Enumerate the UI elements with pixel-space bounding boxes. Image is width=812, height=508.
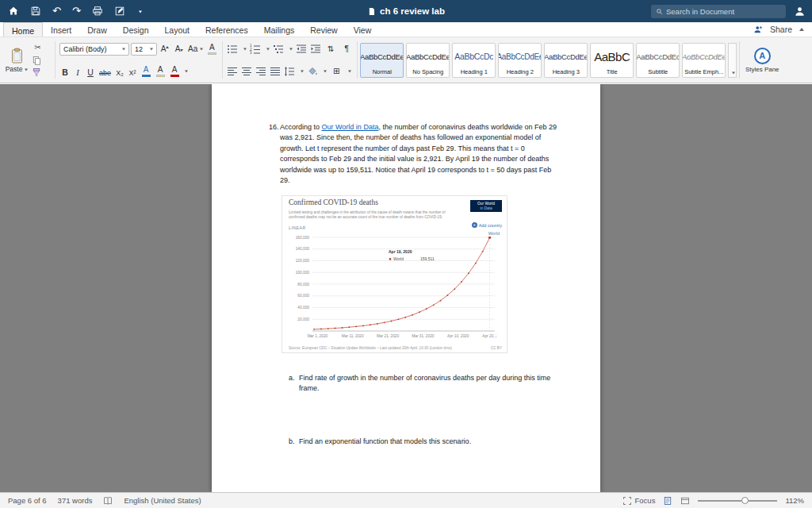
tab-view[interactable]: View [346, 22, 380, 37]
search-placeholder: Search in Document [666, 7, 734, 16]
ribbon-tab-bar: Home Insert Draw Design Layout Reference… [0, 22, 812, 37]
chart-plot: 20,00040,00060,00080,000100,000120,00014… [287, 234, 496, 345]
word-count[interactable]: 371 words [58, 496, 93, 505]
save-icon[interactable] [30, 6, 41, 17]
status-bar: Page 6 of 6 371 words English (United St… [0, 492, 812, 508]
underline-button[interactable]: U [85, 65, 96, 77]
strikethrough-button[interactable]: abe [98, 65, 113, 77]
problem-16-text: According to Our World in Data, the numb… [280, 122, 557, 186]
problem-16b-text: Find an exponential function that models… [299, 437, 555, 447]
sort-button[interactable]: ⇅ [324, 43, 337, 56]
paste-label: Paste [6, 65, 23, 73]
paste-button[interactable]: Paste [3, 40, 30, 80]
tab-design[interactable]: Design [115, 22, 157, 37]
tab-home[interactable]: Home [3, 22, 43, 37]
document-page[interactable]: 16. According to Our World in Data, the … [212, 84, 600, 492]
collapse-ribbon-icon[interactable] [799, 25, 804, 31]
tab-insert[interactable]: Insert [43, 22, 79, 37]
borders-button[interactable]: ⊞ [330, 65, 343, 78]
window-title-area: ch 6 review lab [367, 6, 445, 17]
add-country-button[interactable]: +Add country [472, 222, 502, 228]
bullet-list-button[interactable] [227, 44, 238, 55]
zoom-level[interactable]: 112% [785, 496, 804, 505]
undo-icon[interactable]: ↶ [52, 6, 61, 17]
decrease-indent-button[interactable] [296, 44, 307, 55]
document-area[interactable]: 16. According to Our World in Data, the … [0, 84, 812, 492]
increase-indent-button[interactable] [310, 44, 321, 55]
font-color-button[interactable]: A [168, 65, 181, 77]
svg-text:120,000: 120,000 [296, 259, 310, 263]
justify-button[interactable] [270, 66, 281, 77]
copy-button[interactable] [32, 56, 41, 65]
covid-chart-image[interactable]: Confirmed COVID-19 deaths Our Worldin Da… [282, 195, 508, 353]
cut-button[interactable]: ✂ [32, 43, 44, 53]
style-heading2[interactable]: AaBbCcDdEeHeading 2 [498, 43, 542, 78]
style-heading3[interactable]: AaBbCcDdEeHeading 3 [544, 43, 588, 78]
style-title[interactable]: AaBbCTitle [590, 43, 634, 78]
customize-toolbar-icon[interactable] [114, 6, 125, 17]
page-indicator[interactable]: Page 6 of 6 [8, 496, 47, 505]
font-color-dropdown-icon[interactable] [185, 71, 188, 75]
style-subtitle[interactable]: AaBbCcDdEcSubtitle [636, 43, 680, 78]
problem-16a: a. Find rate of growth in the number of … [289, 373, 555, 394]
highlight-color-button[interactable]: A [154, 65, 167, 77]
format-painter-button[interactable] [32, 67, 41, 77]
paragraph-group: ⇅ ¶ ⊞ [225, 40, 354, 80]
numbered-list-button[interactable] [250, 44, 261, 55]
title-bar: ↶ ↷ ch 6 review lab Search in Document [0, 0, 812, 22]
shrink-font-button[interactable]: A [173, 43, 186, 56]
svg-text:20,000: 20,000 [297, 318, 309, 321]
tab-layout[interactable]: Layout [156, 22, 197, 37]
align-center-button[interactable] [241, 66, 252, 77]
svg-text:Mar 11, 2020: Mar 11, 2020 [342, 334, 364, 338]
font-name-select[interactable]: Calibri (Body) [59, 43, 129, 56]
subscript-button[interactable]: X₂ [114, 65, 125, 77]
pilcrow-button[interactable]: ¶ [340, 43, 353, 56]
style-normal[interactable]: AaBbCcDdEeNormal [360, 43, 404, 78]
grow-font-button[interactable]: A [159, 43, 171, 56]
align-right-button[interactable] [255, 66, 266, 77]
language-indicator[interactable]: English (United States) [124, 496, 201, 505]
styles-gallery-more-button[interactable] [728, 43, 737, 78]
print-icon[interactable] [92, 6, 103, 17]
clear-formatting-button[interactable]: A [205, 43, 218, 55]
superscript-button[interactable]: X² [127, 65, 138, 77]
style-heading1[interactable]: AaBbCcDcHeading 1 [452, 43, 496, 78]
profile-icon[interactable] [794, 6, 806, 17]
styles-pane-button[interactable]: A Styles Pane [742, 40, 782, 80]
change-case-button[interactable]: Aa [187, 43, 204, 56]
svg-text:Mar 1, 2020: Mar 1, 2020 [308, 334, 328, 338]
tab-review[interactable]: Review [302, 22, 345, 37]
search-input[interactable]: Search in Document [651, 5, 786, 18]
quick-access-dropdown-icon[interactable] [139, 10, 142, 14]
chart-title: Confirmed COVID-19 deaths [289, 198, 378, 206]
spellcheck-icon[interactable] [103, 496, 113, 506]
shading-button[interactable] [307, 66, 318, 77]
zoom-slider[interactable] [698, 500, 777, 502]
share-button[interactable]: Share [770, 25, 792, 34]
align-left-button[interactable] [227, 66, 238, 77]
plus-icon: + [472, 222, 477, 228]
style-no-spacing[interactable]: AaBbCcDdEeNo Spacing [406, 43, 450, 78]
home-icon[interactable] [8, 6, 19, 17]
focus-toggle[interactable]: Focus [622, 496, 656, 506]
style-subtle-emphasis[interactable]: AoBbCcDdEeSubtle Emph... [682, 43, 726, 78]
svg-text:Apr 10, 2020: Apr 10, 2020 [447, 334, 469, 338]
tab-draw[interactable]: Draw [79, 22, 115, 37]
web-layout-view-button[interactable] [680, 496, 690, 506]
line-spacing-button[interactable] [284, 66, 295, 77]
bold-button[interactable]: B [59, 65, 71, 77]
print-layout-view-button[interactable] [663, 496, 672, 506]
tab-mailings[interactable]: Mailings [256, 22, 303, 37]
tab-references[interactable]: References [197, 22, 256, 37]
multilevel-list-button[interactable] [273, 44, 284, 55]
redo-icon[interactable]: ↷ [72, 6, 81, 17]
text-effects-button[interactable]: A [140, 65, 152, 77]
italic-button[interactable]: I [72, 65, 83, 77]
linear-scale-toggle[interactable]: LINEAR [289, 225, 306, 230]
font-size-select[interactable]: 12 [131, 43, 157, 56]
problem-16b: b. Find an exponential function that mod… [289, 437, 555, 447]
our-world-in-data-link[interactable]: Our World in Data [322, 123, 379, 131]
chart-subtitle: Limited testing and challenges in the at… [289, 210, 457, 220]
zoom-slider-thumb[interactable] [741, 497, 749, 504]
